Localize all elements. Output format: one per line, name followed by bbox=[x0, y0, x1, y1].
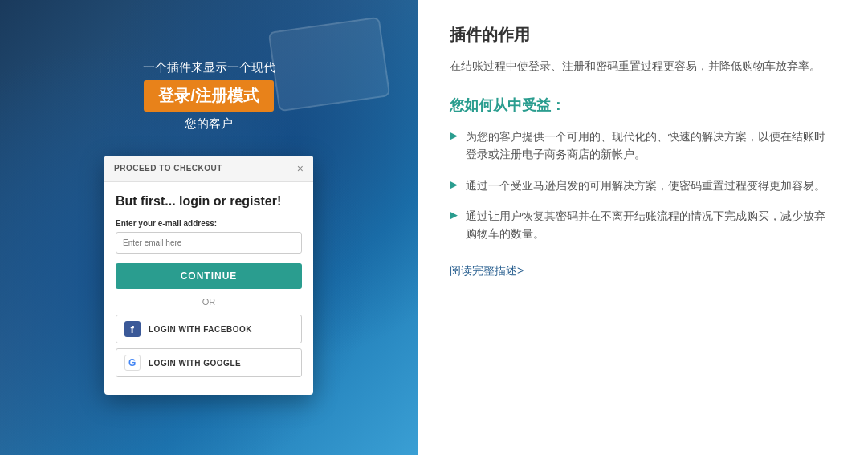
modal-main-title: But first... login or register! bbox=[116, 193, 302, 210]
facebook-login-label: LOGIN WITH FACEBOOK bbox=[149, 325, 252, 334]
email-label: Enter your e-mail address: bbox=[116, 219, 302, 228]
read-more-link[interactable]: 阅读完整描述> bbox=[450, 264, 524, 278]
close-icon[interactable]: × bbox=[297, 162, 304, 175]
checkout-modal: PROCEED TO CHECKOUT × But first... login… bbox=[104, 156, 313, 396]
benefit-item-1: ▶ 为您的客户提供一个可用的、现代化的、快速的解决方案，以便在结账时登录或注册电… bbox=[450, 128, 836, 164]
facebook-login-button[interactable]: f LOGIN WITH FACEBOOK bbox=[116, 315, 302, 343]
or-divider: OR bbox=[116, 297, 302, 307]
email-input[interactable] bbox=[116, 232, 302, 254]
benefit-item-2: ▶ 通过一个受亚马逊启发的可用解决方案，使密码重置过程变得更加容易。 bbox=[450, 177, 836, 194]
benefit-arrow-icon-1: ▶ bbox=[450, 129, 458, 141]
modal-body: But first... login or register! Enter yo… bbox=[104, 182, 313, 396]
benefit-text-3: 通过让用户恢复其密码并在不离开结账流程的情况下完成购买，减少放弃购物车的数量。 bbox=[466, 207, 836, 243]
google-login-label: LOGIN WITH GOOGLE bbox=[149, 359, 241, 368]
modal-header: PROCEED TO CHECKOUT × bbox=[104, 156, 313, 182]
tagline-highlight: 登录/注册模式 bbox=[144, 80, 274, 112]
plugin-purpose-title: 插件的作用 bbox=[450, 24, 836, 46]
benefit-arrow-icon-3: ▶ bbox=[450, 209, 458, 221]
modal-header-title: PROCEED TO CHECKOUT bbox=[114, 164, 222, 173]
benefit-arrow-icon-2: ▶ bbox=[450, 178, 458, 190]
google-login-button[interactable]: G LOGIN WITH GOOGLE bbox=[116, 348, 302, 377]
tagline-bottom: 您的客户 bbox=[185, 116, 233, 132]
tagline-top: 一个插件来显示一个现代 bbox=[143, 60, 275, 75]
benefit-text-2: 通过一个受亚马逊启发的可用解决方案，使密码重置过程变得更加容易。 bbox=[466, 177, 825, 194]
benefit-text-1: 为您的客户提供一个可用的、现代化的、快速的解决方案，以便在结账时登录或注册电子商… bbox=[466, 128, 836, 164]
left-content: 一个插件来显示一个现代 登录/注册模式 您的客户 PROCEED TO CHEC… bbox=[104, 60, 313, 396]
continue-button[interactable]: CONTINUE bbox=[116, 263, 302, 289]
plugin-purpose-desc: 在结账过程中使登录、注册和密码重置过程更容易，并降低购物车放弃率。 bbox=[450, 57, 836, 76]
benefits-title: 您如何从中受益： bbox=[450, 95, 836, 115]
facebook-icon: f bbox=[124, 321, 141, 337]
left-panel: 一个插件来显示一个现代 登录/注册模式 您的客户 PROCEED TO CHEC… bbox=[0, 0, 418, 455]
right-panel: 插件的作用 在结账过程中使登录、注册和密码重置过程更容易，并降低购物车放弃率。 … bbox=[418, 0, 868, 455]
benefit-item-3: ▶ 通过让用户恢复其密码并在不离开结账流程的情况下完成购买，减少放弃购物车的数量… bbox=[450, 207, 836, 243]
google-icon: G bbox=[124, 355, 141, 371]
